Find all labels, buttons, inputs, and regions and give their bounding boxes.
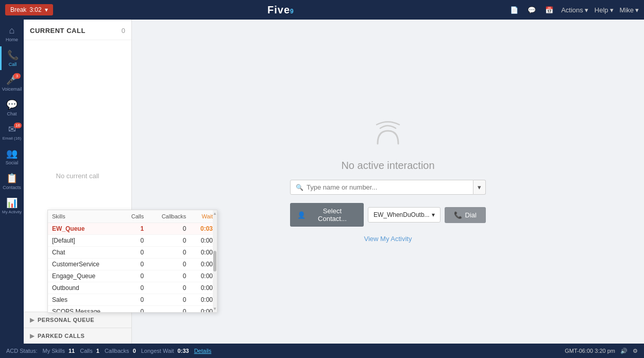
details-link[interactable]: Details [194, 348, 212, 354]
queue-table-row: EW_Queue 1 0 0:03 [48, 223, 217, 235]
calls-count: 0 [121, 235, 148, 247]
chat-icon[interactable]: 💬 [526, 4, 537, 15]
sidebar-item-voicemail[interactable]: 3 🎤 Voicemail [0, 71, 24, 95]
parked-calls-section[interactable]: ▶ PARKED CALLS [24, 328, 131, 344]
my-skills-stat: My Skills 11 [43, 348, 75, 354]
notes-icon[interactable]: 📄 [509, 4, 520, 15]
queue-table-row: Engage_Queue 0 0 0:00 [48, 270, 217, 282]
call-icon: 📞 [7, 49, 19, 61]
help-arrow: ▾ [610, 6, 614, 14]
status-left: ACD Status: My Skills 11 Calls 1 Callbac… [6, 348, 211, 354]
skill-name: EW_Queue [48, 223, 121, 235]
acd-label: ACD Status: [6, 348, 38, 354]
search-input[interactable] [307, 183, 468, 191]
search-dropdown-button[interactable]: ▾ [473, 180, 486, 195]
sidebar-item-chat[interactable]: 💬 Chat [0, 96, 24, 120]
no-interaction-text: No active interaction [341, 160, 434, 172]
help-menu[interactable]: Help ▾ [595, 6, 614, 14]
sidebar-label-email: Email (16) [3, 136, 21, 141]
actions-menu[interactable]: Actions ▾ [561, 6, 588, 14]
sidebar-item-contacts[interactable]: 📋 Contacts [0, 169, 24, 193]
top-navigation: Break 3:02 ▾ Five9 📄 💬 📅 Actions ▾ Help … [0, 0, 644, 20]
select-contact-button[interactable]: 👤 Select Contact... [290, 203, 364, 227]
callbacks-count: 0 [148, 306, 190, 313]
scroll-up-arrow[interactable]: ▲ [213, 211, 217, 216]
email-badge: 16 [14, 123, 22, 128]
sidebar-item-email[interactable]: 16 ✉ Email (16) [0, 121, 24, 144]
queue-table-row: Sales 0 0 0:00 [48, 294, 217, 306]
search-magnifier-icon: 🔍 [296, 184, 303, 191]
sidebar-label-contacts: Contacts [3, 185, 21, 190]
skill-name: CustomerService [48, 259, 121, 270]
calls-count: 0 [121, 294, 148, 306]
sidebar-label-voicemail: Voicemail [2, 87, 22, 92]
sidebar-label-home: Home [6, 37, 18, 42]
user-menu[interactable]: Mike ▾ [620, 6, 639, 14]
user-arrow: ▾ [635, 6, 639, 14]
callbacks-count: 0 [148, 223, 190, 235]
queue-table-row: Outbound 0 0 0:00 [48, 282, 217, 294]
search-input-container: 🔍 [290, 180, 473, 195]
calls-count: 0 [121, 247, 148, 259]
calls-count: 0 [121, 259, 148, 270]
callbacks-count: 0 [148, 294, 190, 306]
left-panel: CURRENT CALL 0 No current call ▶ PERSONA… [24, 20, 132, 344]
skill-name: Chat [48, 247, 121, 259]
top-nav-center: Five9 [267, 4, 294, 16]
status-bar: ACD Status: My Skills 11 Calls 1 Callbac… [0, 344, 644, 358]
calendar-icon[interactable]: 📅 [544, 4, 555, 15]
skill-name: Sales [48, 294, 121, 306]
personal-queue-section[interactable]: ▶ PERSONAL QUEUE [24, 312, 131, 328]
no-interaction-area: No active interaction 🔍 ▾ 👤 Select Conta… [290, 121, 486, 243]
callbacks-count: 0 [148, 247, 190, 259]
panel-title: CURRENT CALL [30, 27, 86, 35]
activity-icon: 📊 [6, 197, 18, 209]
scroll-down-arrow[interactable]: ▼ [213, 306, 217, 311]
callbacks-count: 0 [148, 235, 190, 247]
campaign-dropdown-arrow: ▾ [432, 211, 435, 218]
sidebar-label-myactivity: My Activity [2, 210, 22, 214]
queue-table-row: [Default] 0 0 0:00 [48, 235, 217, 247]
calls-count: 0 [121, 306, 148, 313]
queue-scrollbar[interactable]: ▲ ▼ [213, 210, 217, 312]
queue-table-row: CustomerService 0 0 0:00 [48, 259, 217, 270]
sidebar-item-home[interactable]: ⌂ Home [0, 22, 24, 45]
calls-stat: Calls 1 [80, 348, 99, 354]
queue-table: Skills Calls Callbacks Wait EW_Queue 1 0… [48, 210, 217, 313]
phone-svg [367, 121, 409, 151]
time-display: GMT-06:00 3:20 pm [565, 348, 615, 354]
sidebar-item-myactivity[interactable]: 📊 My Activity [0, 194, 24, 217]
skill-name: [Default] [48, 235, 121, 247]
calls-count: 0 [121, 282, 148, 294]
skill-name: Outbound [48, 282, 121, 294]
sidebar-label-chat: Chat [7, 111, 16, 116]
dial-button[interactable]: 📞 Dial [445, 207, 486, 223]
phone-dial-icon: 📞 [454, 211, 462, 219]
panel-header: CURRENT CALL 0 [24, 20, 131, 40]
action-row: 👤 Select Contact... EW_WhenDuOutb... ▾ 📞… [290, 203, 486, 227]
parked-calls-label: PARKED CALLS [38, 333, 84, 339]
left-sidebar: ⌂ Home 📞 Call 3 🎤 Voicemail 💬 Chat 16 ✉ … [0, 20, 24, 344]
sidebar-item-social[interactable]: 👥 Social [0, 145, 24, 168]
sidebar-label-call: Call [9, 62, 17, 67]
view-activity-link[interactable]: View My Activity [364, 235, 412, 243]
sidebar-label-social: Social [6, 160, 19, 165]
logo: Five9 [267, 4, 294, 16]
personal-queue-label: PERSONAL QUEUE [38, 317, 94, 323]
queue-table-row: Chat 0 0 0:00 [48, 247, 217, 259]
break-dropdown-icon: ▾ [45, 6, 48, 13]
queue-popup: Skills Calls Callbacks Wait EW_Queue 1 0… [47, 210, 217, 313]
break-timer: 3:02 [29, 6, 41, 13]
phone-inactive-icon [367, 121, 409, 151]
sidebar-item-call[interactable]: 📞 Call [0, 46, 24, 70]
campaign-dropdown-button[interactable]: EW_WhenDuOutb... ▾ [368, 207, 440, 223]
col-calls: Calls [121, 210, 148, 223]
callbacks-count: 0 [148, 259, 190, 270]
home-icon: ⌂ [9, 25, 15, 36]
scroll-thumb [213, 251, 216, 271]
volume-icon[interactable]: 🔊 [620, 348, 628, 354]
settings-icon[interactable]: ⚙ [633, 348, 638, 354]
break-button[interactable]: Break 3:02 ▾ [5, 4, 53, 15]
break-label: Break [10, 6, 26, 13]
top-nav-left: Break 3:02 ▾ [5, 4, 53, 15]
